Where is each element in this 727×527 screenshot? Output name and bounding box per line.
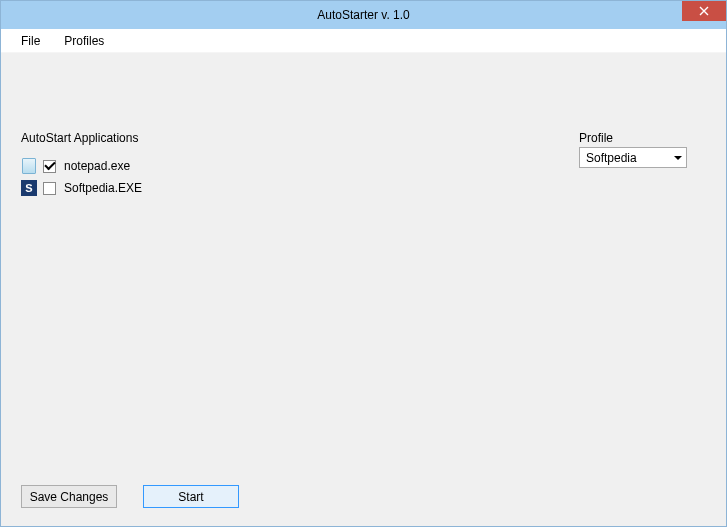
app-checkbox-softpedia[interactable]	[43, 182, 56, 195]
app-checkbox-notepad[interactable]	[43, 160, 56, 173]
list-item: S Softpedia.EXE	[21, 177, 142, 199]
profile-dropdown[interactable]: Softpedia	[579, 147, 687, 168]
content-area: AutoStart Applications Profile Softpedia…	[1, 53, 726, 526]
start-button[interactable]: Start	[143, 485, 239, 508]
menu-file[interactable]: File	[9, 30, 52, 52]
menu-bar: File Profiles	[1, 29, 726, 53]
close-icon	[699, 6, 709, 16]
chevron-down-icon	[674, 156, 682, 160]
app-window: AutoStarter v. 1.0 File Profiles AutoSta…	[0, 0, 727, 527]
button-bar: Save Changes Start	[21, 485, 239, 508]
app-name-label: Softpedia.EXE	[62, 181, 142, 195]
title-bar[interactable]: AutoStarter v. 1.0	[1, 1, 726, 29]
list-item: notepad.exe	[21, 155, 142, 177]
window-title: AutoStarter v. 1.0	[317, 8, 410, 22]
softpedia-icon: S	[21, 180, 37, 196]
app-name-label: notepad.exe	[62, 159, 130, 173]
menu-profiles[interactable]: Profiles	[52, 30, 116, 52]
notepad-icon	[21, 158, 37, 174]
profile-selected-value: Softpedia	[586, 151, 637, 165]
autostart-label: AutoStart Applications	[21, 131, 138, 145]
save-button[interactable]: Save Changes	[21, 485, 117, 508]
profile-label: Profile	[579, 131, 613, 145]
close-button[interactable]	[682, 1, 726, 21]
app-list: notepad.exe S Softpedia.EXE	[21, 155, 142, 199]
